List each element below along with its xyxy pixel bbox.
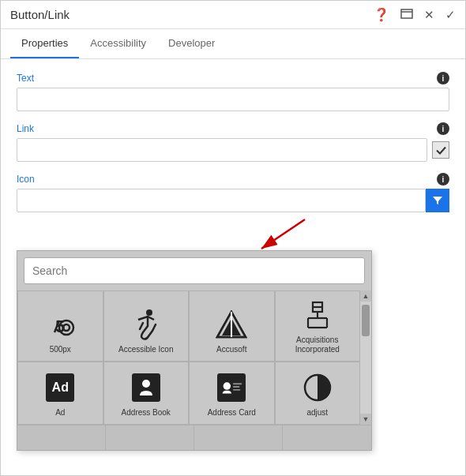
svg-point-6 [63,324,70,331]
link-info-icon[interactable]: i [437,122,449,135]
link-checkbox[interactable] [432,141,449,159]
acquisitions-incorporated-icon [302,299,333,331]
icon-label-500px: 500px [50,345,71,354]
text-field-row: Text i [17,72,449,111]
svg-rect-0 [401,9,412,18]
icon-cell-address-book[interactable]: Address Book [103,362,190,425]
svg-point-24 [142,380,150,388]
link-label: Link i [17,122,449,135]
adjust-icon [302,372,333,403]
500px-icon: 5 [44,309,76,340]
icon-cell-ad[interactable]: Ad Ad [17,362,103,425]
titlebar-actions: ❓ ✕ ✓ [374,7,456,22]
icon-input-row [17,189,449,212]
icon-label: Icon i [17,173,449,186]
svg-rect-29 [233,389,240,391]
titlebar: Button/Link ❓ ✕ ✓ [1,1,465,29]
ad-icon: Ad [44,372,76,403]
scroll-up-arrow[interactable]: ▲ [360,290,371,302]
svg-rect-28 [233,386,240,388]
svg-rect-23 [134,392,138,395]
help-icon[interactable]: ❓ [374,7,389,22]
dialog-title: Button/Link [10,8,70,21]
text-info-icon[interactable]: i [437,72,449,84]
tab-accessibility[interactable]: Accessibility [79,29,157,58]
tabs: Properties Accessibility Developer [1,29,465,59]
accessible-icon [130,309,162,340]
icon-cell-acquisitions[interactable]: Acquisitions Incorporated [275,290,361,362]
address-card-icon [216,372,247,403]
maximize-icon[interactable] [400,7,413,22]
icon-cell-500px[interactable]: 5 500px [17,290,103,362]
icon-input[interactable] [17,189,426,212]
scroll-down-arrow[interactable]: ▼ [360,414,371,425]
icon-search-area [17,251,371,290]
address-book-icon [130,372,162,403]
content-area: Text i Link i Icon [1,59,465,475]
icon-search-input[interactable] [24,257,365,284]
icon-label-address-book: Address Book [122,408,171,418]
icon-grid-container: 5 500px [17,290,371,425]
icon-label-accusoft: Accusoft [216,345,246,354]
icon-filter-button[interactable] [426,189,449,212]
icon-cell-accusoft[interactable]: Accusoft [189,290,275,362]
icon-dropdown: 5 500px [17,250,372,451]
icon-cell-address-card[interactable]: Address Card [189,362,275,425]
svg-rect-22 [134,386,138,388]
icon-label-acquisitions: Acquisitions Incorporated [279,335,357,354]
svg-rect-21 [134,380,138,382]
svg-line-3 [261,219,305,249]
svg-rect-27 [233,383,242,384]
scrollbar-thumb[interactable] [362,305,370,336]
close-icon[interactable]: ✕ [424,8,434,22]
icon-grid: 5 500px [17,290,360,425]
icon-cell-adjust[interactable]: adjust [275,362,361,425]
link-input-row [17,138,449,162]
icon-label-accessible: Accessible Icon [118,345,173,354]
confirm-icon[interactable]: ✓ [445,8,456,22]
link-field-row: Link i [17,122,449,162]
accusoft-icon [216,309,247,340]
svg-point-26 [224,382,231,389]
icon-label-adjust: adjust [306,408,328,418]
icon-info-icon[interactable]: i [437,173,449,186]
icon-field-row: Icon i [17,173,449,212]
scrollbar[interactable]: ▲ ▼ [360,290,371,425]
tab-properties[interactable]: Properties [10,29,79,58]
text-input[interactable] [17,88,449,111]
text-label: Text i [17,72,449,84]
icon-label-ad: Ad [55,408,65,418]
svg-rect-25 [218,379,245,397]
icon-label-address-card: Address Card [208,408,256,418]
svg-point-8 [146,309,152,316]
icon-cell-accessible-icon[interactable]: Accessible Icon [103,290,190,362]
dialog: Button/Link ❓ ✕ ✓ Properties Accessibili… [0,0,466,476]
tab-developer[interactable]: Developer [157,29,226,58]
link-input[interactable] [17,138,427,162]
